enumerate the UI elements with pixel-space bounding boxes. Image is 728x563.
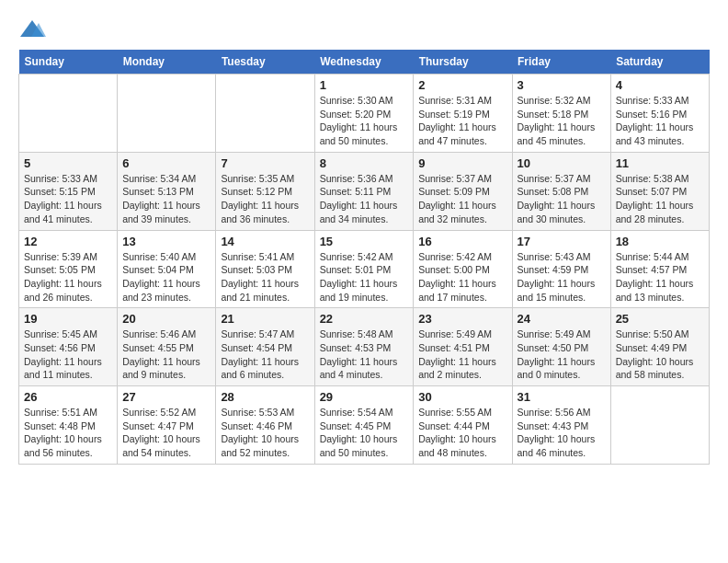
day-info: Sunrise: 5:50 AMSunset: 4:49 PMDaylight:… — [616, 327, 704, 382]
calendar-cell: 17Sunrise: 5:43 AMSunset: 4:59 PMDayligh… — [512, 230, 610, 308]
day-info: Sunrise: 5:49 AMSunset: 4:51 PMDaylight:… — [418, 327, 506, 382]
header — [18, 18, 710, 40]
day-info: Sunrise: 5:53 AMSunset: 4:46 PMDaylight:… — [221, 406, 309, 460]
day-number: 25 — [616, 312, 704, 326]
day-number: 4 — [616, 78, 704, 92]
calendar-week-row: 5Sunrise: 5:33 AMSunset: 5:15 PMDaylight… — [19, 152, 710, 230]
calendar-header-sunday: Sunday — [19, 50, 118, 75]
calendar-cell: 10Sunrise: 5:37 AMSunset: 5:08 PMDayligh… — [512, 152, 610, 230]
day-info: Sunrise: 5:45 AMSunset: 4:56 PMDaylight:… — [24, 327, 112, 382]
day-info: Sunrise: 5:52 AMSunset: 4:47 PMDaylight:… — [122, 406, 210, 460]
day-info: Sunrise: 5:44 AMSunset: 4:57 PMDaylight:… — [616, 250, 704, 304]
calendar-cell: 29Sunrise: 5:54 AMSunset: 4:45 PMDayligh… — [314, 386, 414, 465]
calendar-cell: 4Sunrise: 5:33 AMSunset: 5:16 PMDaylight… — [610, 75, 709, 153]
day-number: 28 — [221, 390, 309, 404]
day-number: 29 — [320, 390, 409, 404]
day-info: Sunrise: 5:42 AMSunset: 5:00 PMDaylight:… — [418, 250, 506, 304]
day-info: Sunrise: 5:35 AMSunset: 5:12 PMDaylight:… — [221, 172, 309, 226]
calendar-cell: 5Sunrise: 5:33 AMSunset: 5:15 PMDaylight… — [19, 152, 118, 230]
calendar-cell: 8Sunrise: 5:36 AMSunset: 5:11 PMDaylight… — [314, 152, 414, 230]
calendar-cell: 20Sunrise: 5:46 AMSunset: 4:55 PMDayligh… — [118, 308, 216, 386]
day-number: 11 — [616, 156, 704, 170]
calendar-cell: 27Sunrise: 5:52 AMSunset: 4:47 PMDayligh… — [118, 386, 216, 465]
calendar-cell: 3Sunrise: 5:32 AMSunset: 5:18 PMDaylight… — [512, 75, 610, 153]
day-number: 16 — [418, 235, 506, 248]
calendar-cell — [610, 386, 709, 465]
day-info: Sunrise: 5:33 AMSunset: 5:15 PMDaylight:… — [24, 172, 112, 226]
calendar-header-wednesday: Wednesday — [314, 50, 414, 75]
day-number: 7 — [221, 156, 309, 170]
day-info: Sunrise: 5:42 AMSunset: 5:01 PMDaylight:… — [320, 250, 409, 304]
day-info: Sunrise: 5:54 AMSunset: 4:45 PMDaylight:… — [320, 406, 409, 460]
day-number: 26 — [24, 390, 112, 404]
calendar-cell: 1Sunrise: 5:30 AMSunset: 5:20 PMDaylight… — [314, 75, 414, 153]
calendar-header-thursday: Thursday — [414, 50, 512, 75]
day-info: Sunrise: 5:30 AMSunset: 5:20 PMDaylight:… — [320, 94, 409, 148]
day-info: Sunrise: 5:32 AMSunset: 5:18 PMDaylight:… — [518, 94, 606, 148]
calendar-cell: 18Sunrise: 5:44 AMSunset: 4:57 PMDayligh… — [610, 230, 709, 308]
day-info: Sunrise: 5:36 AMSunset: 5:11 PMDaylight:… — [320, 172, 409, 226]
day-number: 14 — [221, 235, 309, 248]
calendar-week-row: 1Sunrise: 5:30 AMSunset: 5:20 PMDaylight… — [19, 75, 710, 153]
day-number: 8 — [320, 156, 409, 170]
calendar-cell: 30Sunrise: 5:55 AMSunset: 4:44 PMDayligh… — [414, 386, 512, 465]
day-number: 3 — [518, 78, 606, 92]
calendar-cell: 13Sunrise: 5:40 AMSunset: 5:04 PMDayligh… — [118, 230, 216, 308]
calendar: SundayMondayTuesdayWednesdayThursdayFrid… — [18, 50, 710, 465]
day-number: 30 — [418, 390, 506, 404]
day-info: Sunrise: 5:46 AMSunset: 4:55 PMDaylight:… — [122, 327, 210, 382]
calendar-week-row: 26Sunrise: 5:51 AMSunset: 4:48 PMDayligh… — [19, 386, 710, 465]
day-number: 2 — [418, 78, 506, 92]
day-number: 24 — [518, 312, 606, 326]
calendar-cell — [19, 75, 118, 153]
day-number: 17 — [518, 235, 606, 248]
day-info: Sunrise: 5:49 AMSunset: 4:50 PMDaylight:… — [518, 327, 606, 382]
day-info: Sunrise: 5:40 AMSunset: 5:04 PMDaylight:… — [122, 250, 210, 304]
day-info: Sunrise: 5:47 AMSunset: 4:54 PMDaylight:… — [221, 327, 309, 382]
day-number: 1 — [320, 78, 409, 92]
calendar-header-friday: Friday — [512, 50, 610, 75]
day-info: Sunrise: 5:34 AMSunset: 5:13 PMDaylight:… — [122, 172, 210, 226]
day-number: 21 — [221, 312, 309, 326]
calendar-cell: 16Sunrise: 5:42 AMSunset: 5:00 PMDayligh… — [414, 230, 512, 308]
day-number: 5 — [24, 156, 112, 170]
day-info: Sunrise: 5:51 AMSunset: 4:48 PMDaylight:… — [24, 406, 112, 460]
day-info: Sunrise: 5:38 AMSunset: 5:07 PMDaylight:… — [616, 172, 704, 226]
day-number: 18 — [616, 235, 704, 248]
day-info: Sunrise: 5:39 AMSunset: 5:05 PMDaylight:… — [24, 250, 112, 304]
day-number: 10 — [518, 156, 606, 170]
day-number: 23 — [418, 312, 506, 326]
calendar-header-row: SundayMondayTuesdayWednesdayThursdayFrid… — [19, 50, 710, 75]
day-info: Sunrise: 5:37 AMSunset: 5:08 PMDaylight:… — [518, 172, 606, 226]
calendar-cell: 9Sunrise: 5:37 AMSunset: 5:09 PMDaylight… — [414, 152, 512, 230]
day-info: Sunrise: 5:31 AMSunset: 5:19 PMDaylight:… — [418, 94, 506, 148]
day-number: 31 — [518, 390, 606, 404]
day-number: 20 — [122, 312, 210, 326]
calendar-cell: 19Sunrise: 5:45 AMSunset: 4:56 PMDayligh… — [19, 308, 118, 386]
calendar-header-monday: Monday — [118, 50, 216, 75]
day-number: 9 — [418, 156, 506, 170]
calendar-week-row: 12Sunrise: 5:39 AMSunset: 5:05 PMDayligh… — [19, 230, 710, 308]
day-info: Sunrise: 5:43 AMSunset: 4:59 PMDaylight:… — [518, 250, 606, 304]
calendar-week-row: 19Sunrise: 5:45 AMSunset: 4:56 PMDayligh… — [19, 308, 710, 386]
calendar-cell: 31Sunrise: 5:56 AMSunset: 4:43 PMDayligh… — [512, 386, 610, 465]
calendar-cell: 25Sunrise: 5:50 AMSunset: 4:49 PMDayligh… — [610, 308, 709, 386]
logo — [18, 18, 48, 40]
day-number: 12 — [24, 235, 112, 248]
calendar-cell — [118, 75, 216, 153]
day-info: Sunrise: 5:48 AMSunset: 4:53 PMDaylight:… — [320, 327, 409, 382]
calendar-cell: 6Sunrise: 5:34 AMSunset: 5:13 PMDaylight… — [118, 152, 216, 230]
day-info: Sunrise: 5:41 AMSunset: 5:03 PMDaylight:… — [221, 250, 309, 304]
calendar-cell: 23Sunrise: 5:49 AMSunset: 4:51 PMDayligh… — [414, 308, 512, 386]
calendar-cell: 26Sunrise: 5:51 AMSunset: 4:48 PMDayligh… — [19, 386, 118, 465]
calendar-cell: 11Sunrise: 5:38 AMSunset: 5:07 PMDayligh… — [610, 152, 709, 230]
calendar-cell: 14Sunrise: 5:41 AMSunset: 5:03 PMDayligh… — [216, 230, 314, 308]
calendar-cell: 12Sunrise: 5:39 AMSunset: 5:05 PMDayligh… — [19, 230, 118, 308]
day-info: Sunrise: 5:56 AMSunset: 4:43 PMDaylight:… — [518, 406, 606, 460]
day-info: Sunrise: 5:55 AMSunset: 4:44 PMDaylight:… — [418, 406, 506, 460]
calendar-cell: 24Sunrise: 5:49 AMSunset: 4:50 PMDayligh… — [512, 308, 610, 386]
logo-icon — [18, 18, 46, 40]
calendar-header-tuesday: Tuesday — [216, 50, 314, 75]
calendar-cell: 21Sunrise: 5:47 AMSunset: 4:54 PMDayligh… — [216, 308, 314, 386]
day-info: Sunrise: 5:37 AMSunset: 5:09 PMDaylight:… — [418, 172, 506, 226]
